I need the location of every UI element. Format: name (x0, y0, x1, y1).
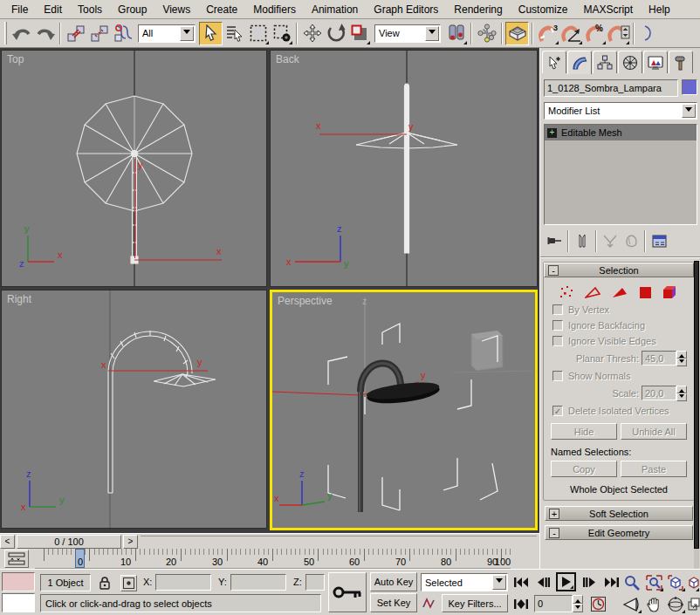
play-button[interactable] (556, 572, 576, 591)
collapse-icon[interactable]: - (548, 265, 559, 276)
edit-geometry-collapse-icon[interactable]: - (549, 528, 559, 538)
time-configuration-button[interactable] (588, 595, 607, 613)
configure-modifier-sets-button[interactable] (649, 231, 669, 250)
show-normals-checkbox-row[interactable]: Show Normals (552, 371, 694, 381)
key-mode-arrow[interactable] (492, 575, 506, 590)
menu-rendering[interactable]: Rendering (446, 2, 510, 17)
menu-group[interactable]: Group (110, 2, 154, 17)
tab-motion[interactable] (618, 51, 642, 73)
previous-frame-button[interactable] (534, 573, 553, 591)
scale-spinner[interactable] (676, 386, 687, 400)
tab-hierarchy[interactable] (593, 51, 617, 73)
zoom-extents-button[interactable] (665, 572, 686, 592)
object-name-input[interactable] (545, 83, 677, 93)
modifier-list-dropdown[interactable]: Modifier List (544, 102, 697, 120)
select-and-rotate-button[interactable] (324, 22, 347, 45)
delete-isolated-checkbox[interactable]: ✓ (552, 406, 563, 416)
time-slider-prev-button[interactable]: < (0, 535, 15, 549)
undo-button[interactable] (10, 22, 33, 45)
object-name-field[interactable] (544, 79, 678, 97)
absolute-offset-mode-toggle[interactable] (120, 575, 137, 591)
face-subobject-button[interactable] (612, 285, 628, 299)
ignore-visible-edges-checkbox-row[interactable]: Ignore Visible Edges (552, 336, 694, 346)
maxscript-mini-listener[interactable] (2, 572, 35, 591)
z-input[interactable] (306, 575, 324, 585)
by-vertex-checkbox[interactable] (552, 304, 563, 315)
snaps-toggle-button[interactable]: 3 (536, 22, 559, 45)
selection-rollout-header[interactable]: - Selection (544, 263, 694, 277)
x-input[interactable] (156, 575, 210, 585)
toolbar-grip[interactable] (4, 22, 7, 44)
menu-file[interactable]: File (3, 2, 36, 17)
modifier-list-arrow[interactable] (682, 104, 696, 118)
selection-lock-toggle[interactable] (96, 574, 113, 591)
show-normals-checkbox[interactable] (552, 371, 563, 381)
show-end-result-button[interactable] (572, 231, 593, 250)
menu-animation[interactable]: Animation (304, 2, 366, 17)
rectangular-selection-region-button[interactable] (246, 22, 270, 45)
zoom-all-button[interactable] (643, 572, 664, 592)
key-mode-toggle-button[interactable] (511, 595, 531, 613)
frame-number-input[interactable] (535, 598, 572, 609)
min-max-toggle-button[interactable] (687, 594, 700, 614)
menu-help[interactable]: Help (641, 2, 678, 17)
menu-views[interactable]: Views (154, 2, 198, 17)
use-pivot-point-center-button[interactable] (444, 22, 468, 45)
pan-button[interactable] (643, 594, 664, 614)
unhide-all-button[interactable]: Unhide All (621, 423, 687, 440)
redo-button[interactable] (33, 22, 57, 45)
coord-system-arrow[interactable] (425, 26, 439, 41)
pin-stack-button[interactable] (544, 231, 565, 250)
time-slider-handle[interactable]: 0 / 100 (17, 535, 121, 549)
window-crossing-toggle-button[interactable] (270, 22, 293, 45)
select-and-link-button[interactable] (64, 22, 87, 45)
time-slider-next-button[interactable]: > (123, 535, 138, 549)
scale-input[interactable] (642, 388, 676, 399)
stack-expand-icon[interactable]: + (547, 128, 557, 138)
edge-subobject-button[interactable] (585, 285, 601, 299)
make-unique-button[interactable] (600, 231, 621, 250)
open-mini-curve-editor-button[interactable] (4, 550, 29, 568)
planar-thresh-spinner[interactable] (676, 351, 687, 366)
track-bar-ruler[interactable]: 0 10 20 30 40 50 60 70 80 90 100 (35, 549, 511, 569)
tab-display[interactable] (643, 51, 668, 73)
z-coordinate-field[interactable] (305, 574, 325, 591)
selection-filter-dropdown[interactable]: All (138, 24, 196, 43)
ignore-visible-edges-checkbox[interactable] (552, 336, 563, 346)
menu-customize[interactable]: Customize (511, 2, 576, 17)
viewport-back[interactable]: Back x y z x y (270, 50, 538, 287)
hide-button[interactable]: Hide (551, 423, 617, 440)
time-slider-channel[interactable] (141, 536, 537, 548)
soft-selection-rollout-header[interactable]: + Soft Selection (545, 506, 693, 521)
ignore-backfacing-checkbox-row[interactable]: Ignore Backfacing (552, 320, 694, 331)
viewport-perspective[interactable]: Perspective z (270, 290, 538, 530)
key-mode-dropdown[interactable]: Selected (421, 573, 508, 591)
tab-modify[interactable] (567, 51, 592, 74)
y-input[interactable] (231, 575, 285, 585)
tab-utilities[interactable] (669, 51, 693, 73)
key-filters-button[interactable]: Key Filters... (442, 594, 508, 612)
edit-geometry-rollout-header[interactable]: - Edit Geometry (545, 525, 693, 540)
stack-item-editable-mesh[interactable]: + Editable Mesh (545, 125, 697, 140)
unlink-selection-button[interactable] (87, 22, 111, 45)
planar-thresh-input[interactable] (642, 353, 676, 364)
select-and-move-button[interactable] (300, 22, 324, 45)
by-vertex-checkbox-row[interactable]: By Vertex (552, 304, 694, 315)
panel-scrollbar[interactable] (694, 261, 699, 569)
toolbar-overflow-button[interactable] (637, 22, 661, 45)
menu-create[interactable]: Create (198, 2, 245, 17)
bind-to-space-warp-button[interactable] (111, 22, 134, 45)
x-coordinate-field[interactable] (155, 574, 211, 591)
menu-graph-editors[interactable]: Graph Editors (366, 2, 446, 17)
go-to-end-button[interactable] (602, 573, 621, 591)
polygon-subobject-button[interactable] (639, 285, 652, 299)
remove-modifier-button[interactable] (621, 231, 642, 250)
percent-snap-toggle-button[interactable]: % (583, 22, 607, 45)
default-tangent-button[interactable] (421, 594, 439, 612)
auto-key-button[interactable]: Auto Key (370, 572, 417, 591)
copy-button[interactable]: Copy (551, 461, 617, 477)
maxscript-mini-input[interactable] (2, 593, 35, 612)
go-to-start-button[interactable] (511, 573, 531, 591)
angle-snap-toggle-button[interactable] (559, 22, 583, 45)
frame-spinner[interactable] (573, 595, 583, 612)
